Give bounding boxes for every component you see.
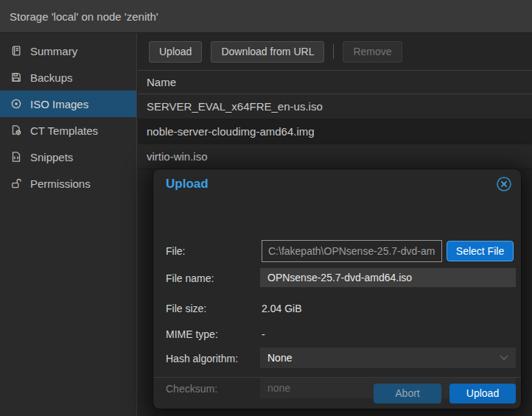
file-size-value: 2.04 GiB bbox=[262, 303, 301, 314]
file-label: File: bbox=[166, 245, 185, 257]
sidebar-item-snippets[interactable]: Snippets bbox=[0, 144, 136, 170]
table-row[interactable]: noble-server-cloudimg-amd64.img bbox=[138, 119, 532, 144]
toolbar-separator bbox=[333, 44, 334, 59]
sidebar-item-label: Backups bbox=[30, 71, 73, 84]
download-from-url-button[interactable]: Download from URL bbox=[211, 41, 324, 63]
sidebar-item-label: Summary bbox=[30, 45, 77, 57]
disc-icon bbox=[10, 98, 22, 110]
upload-button[interactable]: Upload bbox=[149, 41, 202, 63]
window-titlebar: Storage 'local' on node 'zenith' bbox=[0, 0, 532, 33]
upload-dialog-body: File: Select File File name: OPNsense-25… bbox=[153, 199, 521, 379]
chevron-down-icon bbox=[500, 355, 508, 361]
mime-type-label: MIME type: bbox=[166, 328, 218, 340]
floppy-icon bbox=[10, 71, 22, 83]
iso-file-name: SERVER_EVAL_x64FRE_en-us.iso bbox=[147, 100, 323, 113]
upload-dialog: Upload File: Select File File name: OPNs… bbox=[153, 169, 521, 409]
template-icon bbox=[10, 124, 22, 136]
file-name-label: File name: bbox=[166, 272, 214, 284]
sidebar-item-label: Permissions bbox=[30, 177, 91, 190]
remove-button[interactable]: Remove bbox=[343, 41, 402, 63]
upload-dialog-header[interactable]: Upload bbox=[153, 169, 521, 199]
table-header-name[interactable]: Name bbox=[138, 70, 532, 94]
file-path-input[interactable] bbox=[262, 240, 442, 262]
sidebar-item-label: ISO Images bbox=[30, 98, 88, 110]
sidebar-item-permissions[interactable]: Permissions bbox=[0, 170, 136, 197]
sidebar-item-label: CT Templates bbox=[30, 124, 98, 137]
table-row[interactable]: SERVER_EVAL_x64FRE_en-us.iso bbox=[138, 94, 532, 119]
iso-file-name: noble-server-cloudimg-amd64.img bbox=[147, 125, 315, 138]
mime-type-value: - bbox=[262, 328, 265, 340]
page-title: Storage 'local' on node 'zenith' bbox=[10, 10, 158, 23]
storage-sidebar: Summary Backups ISO Images bbox=[0, 33, 137, 416]
iso-file-name: virtio-win.iso bbox=[147, 150, 208, 163]
unlock-icon bbox=[10, 177, 22, 189]
code-file-icon bbox=[10, 151, 22, 163]
file-name-field[interactable]: OPNsense-25.7-dvd-amd64.iso bbox=[260, 268, 516, 287]
hash-algorithm-label: Hash algorithm: bbox=[166, 353, 238, 364]
dialog-title: Upload bbox=[166, 177, 496, 191]
sidebar-item-backups[interactable]: Backups bbox=[0, 64, 136, 91]
sidebar-item-iso-images[interactable]: ISO Images bbox=[0, 91, 136, 117]
column-header-label: Name bbox=[147, 76, 176, 88]
file-name-value: OPNsense-25.7-dvd-amd64.iso bbox=[267, 272, 412, 283]
sidebar-item-label: Snippets bbox=[30, 151, 73, 163]
file-size-label: File size: bbox=[166, 303, 206, 314]
close-icon[interactable] bbox=[496, 176, 512, 192]
upload-dialog-footer: Abort Upload bbox=[153, 377, 521, 409]
dialog-upload-button[interactable]: Upload bbox=[449, 384, 516, 403]
select-file-button[interactable]: Select File bbox=[447, 241, 514, 261]
hash-algorithm-select[interactable]: None bbox=[260, 348, 516, 368]
sidebar-item-summary[interactable]: Summary bbox=[0, 38, 136, 64]
toolbar: Upload Download from URL Remove bbox=[138, 33, 532, 70]
book-icon bbox=[10, 45, 22, 57]
abort-button[interactable]: Abort bbox=[374, 384, 441, 403]
sidebar-item-ct-templates[interactable]: CT Templates bbox=[0, 117, 136, 144]
table-row[interactable]: virtio-win.iso bbox=[138, 144, 532, 169]
hash-algorithm-value: None bbox=[267, 352, 500, 364]
